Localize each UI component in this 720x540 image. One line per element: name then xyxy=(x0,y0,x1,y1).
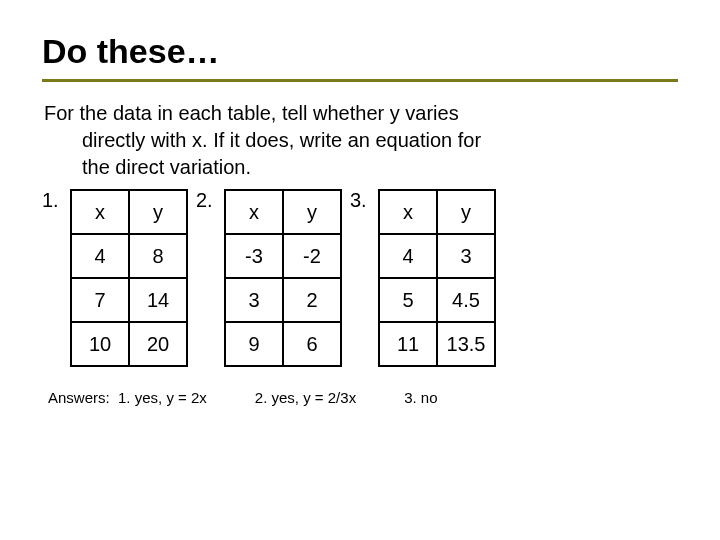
cell: 4 xyxy=(379,234,437,278)
cell: 3 xyxy=(437,234,495,278)
cell: 4 xyxy=(71,234,129,278)
problem-label-3: 3. xyxy=(350,189,378,212)
data-table-3: x y 4 3 5 4.5 11 13.5 xyxy=(378,189,496,367)
cell: 13.5 xyxy=(437,322,495,366)
table-row: 7 14 xyxy=(71,278,187,322)
table-row: 9 6 xyxy=(225,322,341,366)
table-row: -3 -2 xyxy=(225,234,341,278)
cell: 3 xyxy=(225,278,283,322)
title-block: Do these… xyxy=(42,32,678,82)
answers-prefix: Answers: xyxy=(48,389,110,406)
answers-prefix-group: Answers: 1. yes, y = 2x xyxy=(48,389,207,406)
data-table-2: x y -3 -2 3 2 9 6 xyxy=(224,189,342,367)
data-table-1: x y 4 8 7 14 10 20 xyxy=(70,189,188,367)
table-header-row: x y xyxy=(71,190,187,234)
prompt-line-1: For the data in each table, tell whether… xyxy=(44,102,459,124)
table-row: 11 13.5 xyxy=(379,322,495,366)
cell: 8 xyxy=(129,234,187,278)
col-header-x: x xyxy=(225,190,283,234)
prompt-text: For the data in each table, tell whether… xyxy=(42,100,678,181)
answers-line: Answers: 1. yes, y = 2x 2. yes, y = 2/3x… xyxy=(42,389,678,406)
col-header-x: x xyxy=(71,190,129,234)
problem-label-2: 2. xyxy=(196,189,224,212)
table-row: 10 20 xyxy=(71,322,187,366)
prompt-line-3: the direct variation. xyxy=(44,154,668,181)
table-header-row: x y xyxy=(225,190,341,234)
prompt-line-2: directly with x. If it does, write an eq… xyxy=(44,127,668,154)
cell: 6 xyxy=(283,322,341,366)
cell: 14 xyxy=(129,278,187,322)
table-row: 4 3 xyxy=(379,234,495,278)
col-header-x: x xyxy=(379,190,437,234)
page-title: Do these… xyxy=(42,32,678,71)
cell: 10 xyxy=(71,322,129,366)
col-header-y: y xyxy=(283,190,341,234)
problem-label-1: 1. xyxy=(42,189,70,212)
table-row: 5 4.5 xyxy=(379,278,495,322)
cell: 5 xyxy=(379,278,437,322)
col-header-y: y xyxy=(129,190,187,234)
cell: 7 xyxy=(71,278,129,322)
answer-3: 3. no xyxy=(404,389,437,406)
table-header-row: x y xyxy=(379,190,495,234)
col-header-y: y xyxy=(437,190,495,234)
cell: 11 xyxy=(379,322,437,366)
cell: 4.5 xyxy=(437,278,495,322)
slide: Do these… For the data in each table, te… xyxy=(0,0,720,426)
cell: 20 xyxy=(129,322,187,366)
answer-1: 1. yes, y = 2x xyxy=(118,389,207,406)
table-row: 3 2 xyxy=(225,278,341,322)
answer-2: 2. yes, y = 2/3x xyxy=(255,389,356,406)
table-row: 4 8 xyxy=(71,234,187,278)
problem-3: 3. x y 4 3 5 4.5 11 13.5 xyxy=(350,189,504,367)
problem-2: 2. x y -3 -2 3 2 9 6 xyxy=(196,189,350,367)
problem-1: 1. x y 4 8 7 14 10 20 xyxy=(42,189,196,367)
cell: -3 xyxy=(225,234,283,278)
cell: 9 xyxy=(225,322,283,366)
cell: 2 xyxy=(283,278,341,322)
tables-row: 1. x y 4 8 7 14 10 20 xyxy=(42,189,678,367)
cell: -2 xyxy=(283,234,341,278)
